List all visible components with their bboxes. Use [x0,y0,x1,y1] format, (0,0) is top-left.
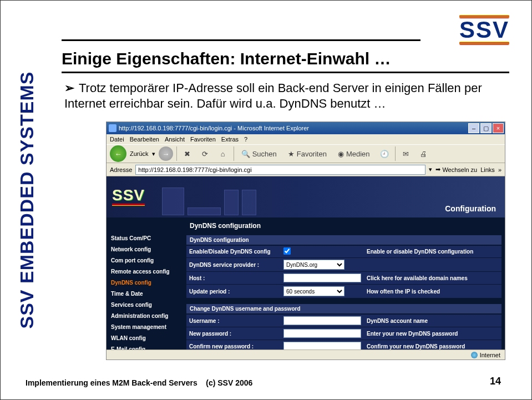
go-button[interactable]: ➡ Wechseln zu [435,166,477,173]
row-provider: DynDNS service provider : DynDNS.org [186,258,501,272]
menu-extras[interactable]: Extras [221,136,239,143]
bullet-icon: ➢ [64,81,74,95]
panel1-head: DynDNS configuration [186,235,501,245]
panel1-table: Enable/Disable DynDNS config Enable or d… [186,246,501,298]
row-newpass-label: New password : [186,327,281,340]
sidebar-item-status[interactable]: Status Com/PC [111,235,179,241]
forms-area: DynDNS configuration Enable/Disable DynD… [183,233,505,350]
sidebar-item-network[interactable]: Network config [111,246,179,252]
minimize-button[interactable]: – [468,123,479,133]
row-username-desc: DynDNS account name [364,315,501,327]
configuration-label: Configuration [445,204,496,213]
enable-dyndns-checkbox[interactable] [283,247,291,255]
back-dropdown-icon[interactable]: ▾ [152,150,155,158]
ssv-logo: SSV [459,15,509,45]
bullet-paragraph: ➢Trotz temporärer IP-Adresse soll ein Ba… [64,80,498,111]
internet-icon [471,352,478,358]
row-host-desc[interactable]: Click here for available domain names [364,272,501,285]
address-input[interactable] [135,165,425,175]
refresh-button[interactable]: ⟳ [198,146,212,161]
links-label[interactable]: Links [480,166,495,173]
period-select[interactable]: 60 seconds [283,286,344,296]
divider-title [62,72,509,73]
addressbar: Adresse ▾ ➡ Wechseln zu Links » [107,163,505,176]
menu-help[interactable]: ? [244,136,247,143]
row-host-label: Host : [186,272,281,285]
close-button[interactable]: × [493,123,504,133]
home-button[interactable]: ⌂ [216,146,230,161]
row-enable-label: Enable/Disable DynDNS config [186,246,281,258]
vertical-brand-text: SSV EMBEDDED SYSTEMS [16,72,38,329]
row-host: Host : Click here for available domain n… [186,272,501,285]
history-button[interactable]: 🕘 [377,146,392,161]
browser-window: http://192.168.0.198:7777/cgi-bin/login.… [106,121,505,360]
ssv-logo-text: SSV [459,19,509,40]
address-label: Adresse [110,166,132,173]
sidebar-item-admin[interactable]: Administration config [111,313,179,319]
back-button[interactable]: ← [110,145,126,162]
address-dropdown-icon[interactable]: ▾ [429,166,432,173]
links-chevron-icon[interactable]: » [498,166,501,173]
panel2-table: Username : DynDNS account name New passw… [186,315,501,350]
ssv-page-logo-text: SSV [112,188,145,202]
divider-top [62,39,420,41]
row-confirmpass: Confirm new password : Confirm your new … [186,340,501,350]
favorites-label: Favoriten [297,150,327,158]
banner: SSV Configuration [107,176,505,217]
sidebar-item-comport[interactable]: Com port config [111,257,179,264]
sidebar-item-timedate[interactable]: Time & Date [111,291,179,297]
newpassword-input[interactable] [283,329,361,338]
page-content: SSV Configuration DynDNS configuration S… [107,176,505,350]
favorites-button[interactable]: ★ Favoriten [284,146,331,161]
sidebar-item-remoteaccess[interactable]: Remote access config [111,269,179,275]
row-confirmpass-label: Confirm new password : [186,340,281,350]
maximize-button[interactable]: ▢ [480,123,492,133]
media-button[interactable]: ◉ Medien [334,146,374,161]
bullet-text: Trotz temporärer IP-Adresse soll ein Bac… [64,81,482,110]
sidebar-item-dyndns[interactable]: DynDNS config [111,280,179,286]
row-username: Username : DynDNS account name [186,315,501,327]
slide: SSV SSV EMBEDDED SYSTEMS Einige Eigensch… [0,0,532,400]
go-icon: ➡ [435,166,440,173]
ie-icon [109,124,116,132]
status-text: Internet [480,352,500,358]
toolbar-sep3 [395,146,396,161]
page-title: Einige Eigenschaften: Internet-Einwahl … [62,49,391,68]
row-period-desc: How often the IP is checked [364,285,501,298]
row-confirmpass-desc: Confirm your new DynDNS password [364,340,501,350]
panel2-head: Change DynDNS username and password [186,304,501,313]
forward-button[interactable]: → [159,146,173,161]
search-button[interactable]: 🔍 Suchen [237,146,281,161]
row-newpass: New password : Enter your new DynDNS pas… [186,327,501,340]
username-input[interactable] [283,316,361,325]
sidebar: Status Com/PC Network config Com port co… [107,233,183,350]
print-button[interactable]: 🖨 [417,146,431,161]
statusbar: Internet [107,350,505,360]
menu-bearbeiten[interactable]: Bearbeiten [130,136,159,143]
body-row: Status Com/PC Network config Com port co… [107,233,505,350]
window-title: http://192.168.0.198:7777/cgi-bin/login.… [119,125,468,131]
mail-button[interactable]: ✉ [399,146,413,161]
menu-datei[interactable]: Datei [110,136,124,143]
row-enable: Enable/Disable DynDNS config Enable or d… [186,246,501,258]
toolbar-sep [176,146,177,161]
provider-select[interactable]: DynDNS.org [283,260,344,270]
host-input[interactable] [283,274,361,282]
page-number: 14 [490,376,501,387]
stop-button[interactable]: ✖ [180,146,195,161]
row-provider-desc [364,258,501,272]
sidebar-item-wlan[interactable]: WLAN config [111,335,179,341]
confirmpassword-input[interactable] [283,342,361,350]
row-period: Update period : 60 seconds How often the… [186,285,501,298]
banner-graphic [162,179,356,215]
footer: Implementierung eines M2M Back-end Serve… [26,376,501,387]
back-label[interactable]: Zurück [130,150,149,157]
titlebar[interactable]: http://192.168.0.198:7777/cgi-bin/login.… [107,122,505,134]
row-provider-label: DynDNS service provider : [186,258,281,272]
menu-ansicht[interactable]: Ansicht [165,136,185,143]
go-label: Wechseln zu [442,166,477,173]
toolbar-sep2 [234,146,234,161]
sidebar-item-services[interactable]: Services config [111,302,179,308]
sidebar-item-sysmgmt[interactable]: System management [111,324,179,330]
menu-favoriten[interactable]: Favoriten [190,136,216,143]
